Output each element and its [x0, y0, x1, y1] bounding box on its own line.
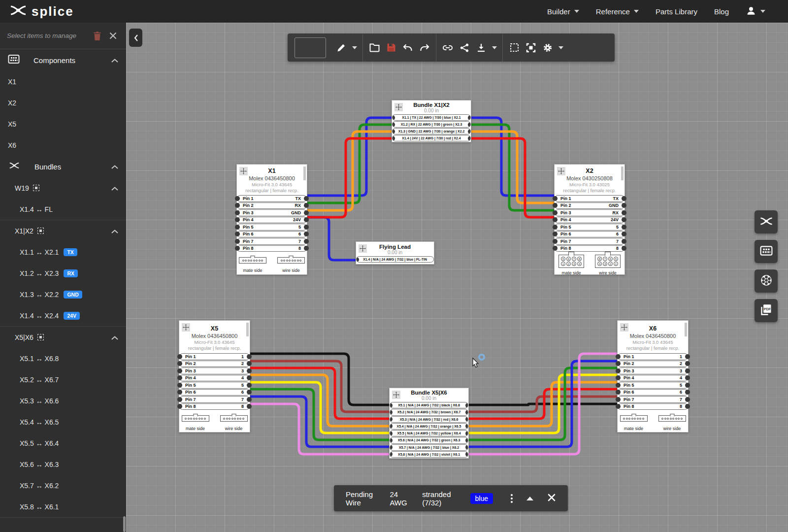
pin-row[interactable]: Pin 7 7 — [237, 238, 307, 245]
fit-view-button[interactable] — [523, 38, 539, 58]
pin-row[interactable]: Pin 5 5 — [237, 224, 307, 231]
pin-row[interactable]: Pin 7 7 — [179, 396, 250, 403]
chevron-up-icon[interactable] — [111, 333, 118, 341]
pin-row[interactable]: Pin 7 7 — [618, 396, 688, 403]
sidebar-item-connection[interactable]: X1.3 ↔ X2.2 GND — [0, 284, 126, 305]
bundle-wire-row[interactable]: X1.4 | 24V | 22 AWG | 7/30 | red | X2.4 — [392, 135, 471, 141]
pin-row[interactable]: Pin 1 TX — [555, 195, 624, 202]
sidebar-item-component[interactable]: X2 — [0, 92, 126, 113]
select-region-button[interactable] — [506, 38, 523, 58]
node-flying-lead[interactable]: Flying Lead 0.00 in X1.4 | N/A | 24 AWG … — [356, 241, 434, 265]
bundle-group-x1x2[interactable]: X1|X2 — [0, 220, 126, 241]
pin-row[interactable]: Pin 8 8 — [237, 245, 307, 252]
account-menu[interactable] — [746, 5, 765, 18]
kebab-menu-icon[interactable] — [511, 494, 513, 503]
move-handle-icon[interactable] — [239, 167, 248, 175]
sidebar-item-connection[interactable]: X5.3 ↔ X6.6 — [0, 390, 126, 411]
bundle-group-x5x6[interactable]: X5|X6 — [0, 327, 126, 348]
sidebar-item-connection[interactable]: X5.8 ↔ X6.1 — [0, 496, 126, 517]
wire-strand-value[interactable]: stranded (7/32) — [422, 490, 456, 507]
export-pdf-button[interactable]: PDF — [755, 299, 778, 322]
node-x2[interactable]: X2 Molex 0430250808 Micro-Fit 3.0 43025 … — [554, 164, 625, 275]
wire[interactable] — [305, 118, 394, 196]
pin-row[interactable]: Pin 8 8 — [179, 403, 250, 410]
bundle-wire-row[interactable]: X5.6 | N/A | 24 AWG | 7/32 | green | X6.… — [390, 437, 468, 443]
select-bundle-icon[interactable] — [33, 185, 39, 191]
pin-row[interactable]: Pin 6 6 — [618, 389, 688, 396]
node-bundle-x5x6[interactable]: Bundle X5|X6 0.00 in X5.1 | N/A | 24 AWG… — [389, 388, 469, 459]
flying-lead-wire-row[interactable]: X1.4 | N/A | 24 AWG | 7/32 | blue | FL-T… — [356, 256, 434, 263]
bundle-wire-row[interactable]: X5.8 | N/A | 24 AWG | 7/32 | violet | X6… — [390, 451, 468, 458]
pin-row[interactable]: Pin 1 TX — [237, 195, 307, 202]
wire-color-badge[interactable]: blue — [470, 493, 493, 504]
pin-row[interactable]: Pin 1 1 — [618, 353, 688, 360]
node-bundle-x1x2[interactable]: Bundle X1|X2 0.00 in X1.1 | TX | 22 AWG … — [392, 100, 471, 142]
bundle-wire-row[interactable]: X1.3 | GND | 22 AWG | 7/30 | orange | X2… — [392, 128, 471, 134]
wire-gauge-value[interactable]: 24 AWG — [390, 490, 408, 507]
bundle-wire-row[interactable]: X5.3 | N/A | 24 AWG | 7/32 | red | X6.6 — [390, 416, 468, 423]
move-handle-icon[interactable] — [182, 323, 190, 332]
settings-caret-button[interactable] — [556, 38, 566, 58]
bundle-wire-row[interactable]: X5.7 | N/A | 24 AWG | 7/32 | blue | X6.2 — [390, 444, 468, 451]
pin-row[interactable]: Pin 3 3 — [179, 367, 250, 374]
pin-row[interactable]: Pin 6 6 — [555, 231, 624, 238]
brand[interactable]: splice — [0, 4, 74, 19]
pin-row[interactable]: Pin 8 8 — [555, 245, 624, 252]
sidebar-item-connection[interactable]: X1.4 ↔ FL — [0, 199, 126, 220]
node-scrollbar[interactable] — [246, 323, 249, 336]
pin-row[interactable]: Pin 5 5 — [555, 224, 624, 231]
sidebar-item-component[interactable]: X5 — [0, 113, 126, 134]
move-handle-icon[interactable] — [394, 103, 403, 111]
pin-row[interactable]: Pin 4 4 — [179, 375, 250, 382]
pin-row[interactable]: Pin 2 2 — [618, 361, 688, 367]
sidebar-item-connection[interactable]: X5.2 ↔ X6.7 — [0, 369, 126, 390]
nav-menu-item[interactable]: Reference — [596, 7, 639, 16]
nav-menu-item[interactable]: Builder — [547, 7, 579, 16]
bundle-group-w19[interactable]: W19 — [0, 177, 126, 199]
pin-row[interactable]: Pin 3 GND — [237, 209, 307, 216]
chevron-up-icon[interactable] — [111, 227, 118, 235]
share-icon[interactable] — [456, 38, 473, 58]
components-section-header[interactable]: Components — [0, 49, 126, 71]
node-x6[interactable]: X6 Molex 0436450800 Micro-Fit 3.0 43645 … — [617, 320, 689, 432]
bundle-wire-row[interactable]: X1.1 | TX | 22 AWG | 7/30 | blue | X2.1 — [392, 114, 471, 121]
splice-tool-button[interactable] — [755, 210, 778, 233]
sidebar-item-connection[interactable]: X5.6 ↔ X6.3 — [0, 454, 126, 475]
sidebar-item-connection[interactable]: X5.7 ↔ X6.2 — [0, 475, 126, 496]
sidebar-item-connection[interactable]: X1.1 ↔ X2.1 TX — [0, 241, 126, 263]
wire[interactable] — [469, 132, 556, 203]
harness-name-input[interactable] — [295, 37, 326, 58]
node-scrollbar[interactable] — [685, 323, 687, 336]
pin-row[interactable]: Pin 7 7 — [555, 238, 624, 245]
add-cable-button[interactable] — [755, 269, 778, 293]
wire[interactable] — [469, 138, 556, 217]
sidebar-item-connection[interactable]: X1.4 ↔ X2.4 24V — [0, 305, 126, 326]
close-selection-button[interactable] — [106, 30, 119, 42]
pin-row[interactable]: Pin 2 RX — [237, 202, 307, 209]
draw-wire-button[interactable] — [333, 38, 350, 58]
wire[interactable] — [305, 132, 394, 210]
settings-button[interactable] — [539, 38, 556, 58]
draw-wire-caret-button[interactable] — [350, 38, 360, 58]
select-bundle-icon[interactable] — [37, 228, 44, 234]
node-x5[interactable]: X5 Molex 0436450800 Micro-Fit 3.0 43645 … — [179, 320, 250, 432]
bundle-wire-row[interactable]: X5.5 | N/A | 24 AWG | 7/32 | yellow | X6… — [390, 430, 468, 436]
move-handle-icon[interactable] — [392, 391, 400, 399]
node-x1[interactable]: X1 Molex 0436450800 Micro-Fit 3.0 43645 … — [236, 164, 307, 275]
pin-row[interactable]: Pin 5 5 — [179, 382, 250, 389]
sidebar-collapse-button[interactable] — [129, 29, 142, 47]
redo-button[interactable] — [416, 38, 433, 58]
wire[interactable] — [305, 125, 394, 203]
wire[interactable] — [305, 217, 358, 260]
bundle-wire-row[interactable]: X1.2 | RX | 22 AWG | 7/30 | green | X2.3 — [392, 121, 471, 128]
chevron-up-icon[interactable] — [111, 162, 118, 171]
pin-row[interactable]: Pin 2 2 — [179, 361, 250, 367]
chevron-up-icon[interactable] — [111, 56, 118, 65]
node-scrollbar[interactable] — [621, 166, 624, 180]
pin-row[interactable]: Pin 4 24V — [237, 217, 307, 224]
close-icon[interactable] — [547, 493, 556, 503]
sidebar-item-connection[interactable]: X5.5 ↔ X6.4 — [0, 432, 126, 454]
bundles-section-header[interactable]: Bundles — [0, 156, 126, 177]
design-canvas[interactable]: Bundle X1|X2 0.00 in X1.1 | TX | 22 AWG … — [126, 23, 788, 532]
pin-row[interactable]: Pin 4 4 — [618, 375, 688, 382]
